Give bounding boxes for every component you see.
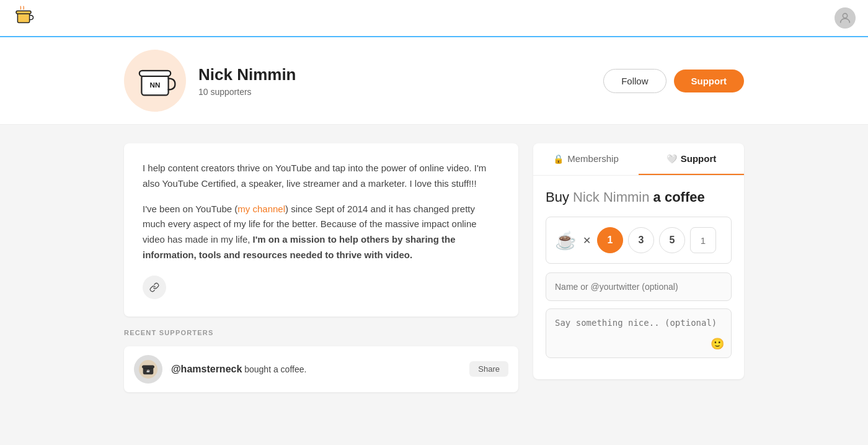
left-panel: I help content creators thrive on YouTub… xyxy=(124,143,518,398)
svg-text:☕: ☕ xyxy=(146,369,150,373)
tab-support-label: Support xyxy=(681,153,717,164)
emoji-button[interactable]: 🙂 xyxy=(711,337,724,351)
supporter-action: bought a coffee. xyxy=(242,364,306,374)
tab-membership[interactable]: 🔒 Membership xyxy=(533,143,639,175)
bio-paragraph-2: I've been on YouTube (my channel) since … xyxy=(143,202,500,263)
svg-rect-9 xyxy=(142,366,154,368)
qty-custom-input[interactable] xyxy=(690,227,716,253)
lock-icon: 🔒 xyxy=(553,154,564,164)
qty-btn-3[interactable]: 3 xyxy=(628,227,654,253)
buy-title: Buy Nick Nimmin a coffee xyxy=(546,189,732,205)
profile-name: Nick Nimmin xyxy=(198,65,591,84)
right-panel-body: Buy Nick Nimmin a coffee ☕ ✕ 1 3 5 🙂 xyxy=(533,176,744,379)
qty-btn-5[interactable]: 5 xyxy=(659,227,685,253)
profile-header: NN Nick Nimmin 10 supporters Follow Supp… xyxy=(0,37,868,125)
top-navigation xyxy=(0,0,868,37)
follow-button[interactable]: Follow xyxy=(603,69,666,93)
bio-card: I help content creators thrive on YouTub… xyxy=(124,143,518,317)
main-content: I help content creators thrive on YouTub… xyxy=(124,143,744,398)
tab-membership-label: Membership xyxy=(567,153,619,164)
supporter-handle: @hamsterneck xyxy=(171,364,242,374)
right-panel: 🔒 Membership 🤍 Support Buy Nick Nimmin a… xyxy=(533,143,744,379)
tab-support[interactable]: 🤍 Support xyxy=(639,143,744,175)
supporter-item: ☕ @hamsterneck bought a coffee. Share xyxy=(124,346,518,392)
bio-paragraph-1: I help content creators thrive on YouTub… xyxy=(143,161,500,192)
profile-info: Nick Nimmin 10 supporters xyxy=(198,65,591,97)
share-button[interactable]: Share xyxy=(469,361,508,377)
tabs: 🔒 Membership 🤍 Support xyxy=(533,143,744,176)
logo[interactable] xyxy=(12,6,35,30)
svg-text:NN: NN xyxy=(150,81,161,89)
times-sign: ✕ xyxy=(583,235,591,246)
profile-supporters-count: 10 supporters xyxy=(198,87,591,97)
supporter-avatar: ☕ xyxy=(134,355,162,384)
svg-rect-2 xyxy=(16,11,31,14)
buy-title-pre: Buy xyxy=(546,189,573,205)
buy-title-post: a coffee xyxy=(649,189,704,205)
link-share-button[interactable] xyxy=(143,276,166,299)
user-avatar-nav[interactable] xyxy=(835,7,856,29)
recent-supporters-label: RECENT SUPPORTERS xyxy=(124,329,518,336)
recent-supporters-section: RECENT SUPPORTERS ☕ @hamsterneck bought … xyxy=(124,329,518,398)
supporter-info: @hamsterneck bought a coffee. xyxy=(171,364,461,375)
bio-p2-pre: I've been on YouTube ( xyxy=(143,204,237,214)
svg-rect-1 xyxy=(17,13,29,23)
qty-options: 1 3 5 xyxy=(597,227,716,253)
svg-rect-5 xyxy=(140,71,170,76)
message-input[interactable] xyxy=(546,308,732,358)
buy-title-creator: Nick Nimmin xyxy=(573,189,649,205)
bio-text: I help content creators thrive on YouTub… xyxy=(143,161,500,263)
qty-btn-1[interactable]: 1 xyxy=(597,227,623,253)
heart-icon: 🤍 xyxy=(666,154,677,164)
message-wrap: 🙂 xyxy=(546,308,732,358)
coffee-cup-icon: ☕ xyxy=(555,230,577,251)
profile-actions: Follow Support xyxy=(603,69,744,93)
name-input[interactable] xyxy=(546,272,732,301)
profile-avatar: NN xyxy=(124,50,186,112)
coffee-selector: ☕ ✕ 1 3 5 xyxy=(546,217,732,264)
svg-point-3 xyxy=(843,14,847,18)
bio-channel-link[interactable]: my channel xyxy=(237,204,285,214)
support-button[interactable]: Support xyxy=(674,70,745,92)
